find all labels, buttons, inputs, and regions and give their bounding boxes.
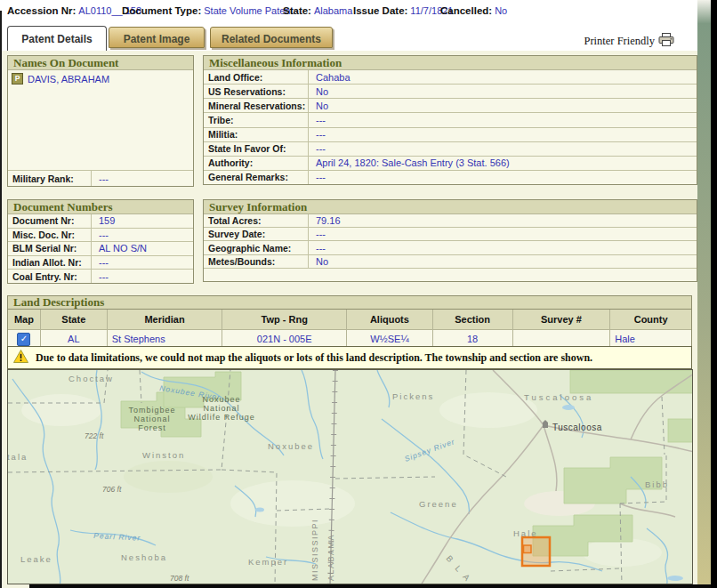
row-value: --- [92, 271, 109, 282]
row-value: --- [309, 229, 326, 239]
map-label-county: Attala [8, 452, 28, 462]
row-value: Cahaba [309, 72, 350, 83]
doctype-value: State Volume Patent [204, 5, 293, 16]
row-label: Indian Allot. Nr: [8, 256, 92, 270]
col-state: State [40, 310, 107, 329]
docnum-row: Document Nr:159 [8, 214, 193, 228]
survey-row: Geographic Name:--- [204, 240, 697, 254]
cell-survey-nr [512, 330, 610, 348]
map-label-forest: National [133, 415, 170, 423]
misc-row: State In Favor Of:--- [204, 141, 697, 156]
map-label-county: Leake [20, 554, 52, 564]
row-label: State In Favor Of: [204, 142, 309, 156]
map-label-refuge: Noxubee [202, 395, 240, 404]
map-label-county: Neshoba [121, 552, 167, 562]
names-on-document-title: Names On Document [8, 56, 193, 70]
misc-row: Tribe:--- [204, 112, 697, 126]
record-header: Accession Nr:AL0110__.158 Document Type:… [0, 0, 697, 25]
document-numbers-title: Document Numbers [8, 200, 193, 214]
cell-twp-rng: 021N - 005E [222, 330, 346, 348]
row-label: Coal Entry. Nr: [8, 270, 92, 283]
misc-row: Authority:April 24, 1820: Sale-Cash Entr… [204, 156, 697, 170]
military-rank-row: Military Rank: --- [8, 170, 193, 186]
military-rank-value: --- [92, 173, 109, 184]
map-label-county: Tuscaloosa [524, 392, 593, 402]
row-value: --- [309, 143, 326, 154]
survey-row: Metes/Bounds:No [204, 254, 697, 268]
document-numbers-section: Document Numbers Document Nr:159 Misc. D… [7, 199, 194, 284]
names-on-document-section: Names On Document P DAVIS, ABRAHAM Milit… [7, 55, 194, 187]
glo-patent-details-page: Accession Nr:AL0110__.158 Document Type:… [0, 0, 717, 588]
page-edge-left [0, 11, 2, 588]
map-checkbox-cell: ✓ [8, 330, 40, 348]
printer-friendly-button[interactable]: Printer Friendly [584, 33, 674, 50]
row-value: --- [309, 115, 326, 125]
row-label: Geographic Name: [204, 241, 309, 254]
forest-patch [570, 370, 693, 393]
map-label-county: Winston [142, 450, 185, 460]
cell-section: 18 [432, 330, 512, 348]
map-label-state-alabama: ALABAMA [326, 534, 335, 581]
row-value: 159 [92, 215, 115, 226]
map-label-elevation: 706 ft [102, 485, 122, 494]
map-label-county: Hale [513, 528, 538, 538]
tab-related-documents[interactable]: Related Documents [210, 27, 333, 48]
misc-information-section: Miscellaneous Information Land Office:Ca… [203, 55, 697, 185]
land-descriptions-table: Map State Meridian Twp - Rng Aliquots Se… [7, 309, 692, 349]
row-value: 79.16 [309, 215, 341, 226]
row-label: US Reservations: [204, 85, 309, 98]
map-label-county: Choctaw [68, 374, 114, 383]
forest-patch [668, 419, 693, 442]
map-warning-bar: Due to data limitations, we could not ma… [7, 346, 692, 369]
map-label-refuge: Wildlife Refuge [188, 413, 255, 422]
row-label: Metes/Bounds: [204, 255, 309, 268]
row-label: Mineral Reservations: [204, 99, 309, 112]
row-label: Total Acres: [204, 214, 309, 227]
warning-text: Due to data limitations, we could not ma… [36, 351, 592, 365]
survey-information-title: Survey Information [204, 200, 697, 214]
row-label: BLM Serial Nr: [8, 242, 92, 255]
cancelled-field: Cancelled:No [440, 5, 507, 16]
land-table-header: Map State Meridian Twp - Rng Aliquots Se… [8, 310, 691, 329]
issue-date-field: Issue Date:11/7/1821 [353, 5, 453, 16]
map-label-county: Greene [419, 499, 458, 509]
tab-patent-image[interactable]: Patent Image [109, 27, 205, 48]
military-rank-label: Military Rank: [8, 171, 92, 186]
map-label-county: Kemper [248, 557, 288, 567]
col-survey-nr: Survey # [512, 310, 610, 329]
page-edge-strip [697, 0, 711, 588]
cell-state: AL [40, 330, 107, 348]
cancelled-label: Cancelled: [440, 5, 492, 16]
row-label: Land Office: [204, 70, 309, 84]
tab-strip: Patent Details Patent Image Related Docu… [0, 25, 697, 51]
col-map: Map [8, 310, 40, 329]
tab-patent-details[interactable]: Patent Details [7, 26, 107, 51]
map-label-forest: Tombigbee [128, 406, 175, 415]
land-map[interactable]: Choctaw Attala Winston Noxubee Pickens T… [7, 369, 693, 584]
land-descriptions-title: Land Descriptions [7, 295, 692, 309]
patentee-name-link[interactable]: DAVIS, ABRAHAM [28, 74, 109, 85]
docnum-row: Indian Allot. Nr:--- [8, 255, 193, 270]
row-value: April 24, 1820: Sale-Cash Entry (3 Stat.… [309, 157, 510, 168]
cell-county: Hale [609, 330, 691, 348]
names-list: P DAVIS, ABRAHAM [8, 70, 193, 170]
row-value: AL NO S/N [92, 243, 147, 254]
tuscaloosa-city-marker: Tuscaloosa [543, 420, 602, 432]
row-label: General Remarks: [204, 171, 309, 184]
misc-information-title: Miscellaneous Information [204, 56, 697, 70]
cancelled-value: No [495, 5, 507, 16]
accession-label: Accession Nr: [7, 5, 76, 16]
map-checkbox[interactable]: ✓ [17, 333, 30, 346]
doctype-field: Document Type:State Volume Patent [122, 5, 294, 16]
map-label-elevation: 722 ft [85, 431, 104, 440]
row-value: --- [92, 230, 109, 240]
page-edge-bottom [29, 584, 711, 588]
map-label-elevation: 708 ft [170, 574, 189, 583]
row-value: No [309, 256, 328, 267]
survey-row: Total Acres:79.16 [204, 214, 697, 227]
survey-empty-row [204, 268, 697, 281]
map-label-state-mississippi: MISSISSIPPI [310, 519, 319, 581]
docnum-row: BLM Serial Nr:AL NO S/N [8, 241, 193, 255]
survey-row: Survey Date:--- [204, 227, 697, 240]
misc-row: Land Office:Cahaba [204, 70, 697, 84]
